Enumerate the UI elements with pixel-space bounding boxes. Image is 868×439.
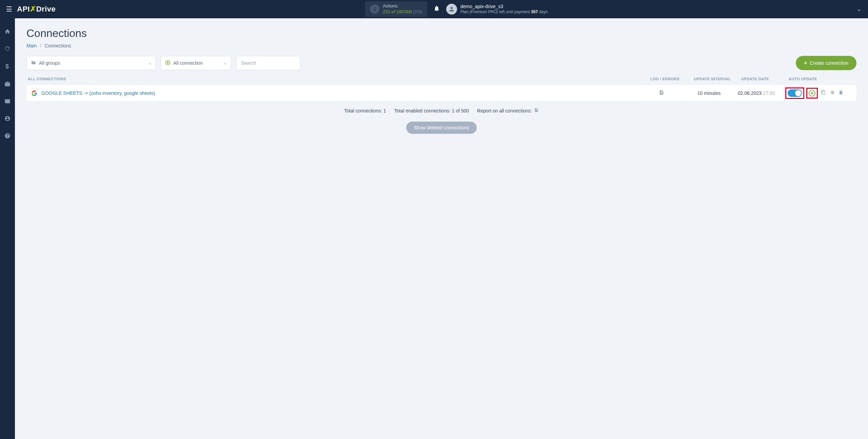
sidebar-item-home[interactable] xyxy=(0,28,15,36)
logo-text: API✗Drive xyxy=(17,5,56,14)
sidebar-item-video[interactable] xyxy=(0,98,15,106)
th-auto: AUTO UPDATE xyxy=(789,77,855,81)
file-icon[interactable] xyxy=(534,107,539,114)
table-row: GOOGLE SHEETS -> (zoho inventory, google… xyxy=(26,85,856,101)
groups-label: All groups xyxy=(39,60,148,66)
filter-row: All groups ⌄ All connection ⌄ + Create c… xyxy=(26,56,856,70)
avatar-icon xyxy=(446,4,457,15)
sidebar-item-connections[interactable] xyxy=(0,46,15,54)
user-text: demo_apix-drive_s3 Plan |Premium PRO| le… xyxy=(460,3,548,15)
highlight-play xyxy=(806,88,818,99)
main-content: Connections Main / Connections All group… xyxy=(15,18,868,439)
connection-filter-select[interactable]: All connection ⌄ xyxy=(161,56,231,70)
topbar: ☰ API✗Drive i Actions: 231 of 100'000 (0… xyxy=(0,0,868,18)
chevron-down-icon: ⌄ xyxy=(223,61,227,65)
chevron-down-icon: ⌄ xyxy=(148,61,152,65)
search-input[interactable] xyxy=(236,56,300,70)
actions-indicator[interactable]: i Actions: 231 of 100'000 (0%) xyxy=(365,1,427,17)
summary-row: Total connections: 1 Total enabled conne… xyxy=(26,107,856,114)
th-name: ALL CONNECTIONS xyxy=(28,77,643,81)
create-connection-button[interactable]: + Create connection xyxy=(796,56,856,70)
play-icon xyxy=(811,92,814,95)
hamburger-menu-icon[interactable]: ☰ xyxy=(4,3,14,15)
conn-label: All connection xyxy=(173,60,223,66)
row-actions xyxy=(785,87,852,99)
actions-text: Actions: 231 of 100'000 (0%) xyxy=(383,3,422,15)
th-log: LOG / ERRORS xyxy=(643,77,687,81)
log-icon[interactable] xyxy=(639,89,684,97)
info-icon: i xyxy=(370,4,379,14)
google-icon xyxy=(31,90,37,96)
play-circle-icon xyxy=(165,60,171,66)
update-date: 02.06.2023 17:33 xyxy=(734,90,785,96)
summary-enabled: Total enabled connections: 1 of 500 xyxy=(394,107,469,114)
page-title: Connections xyxy=(26,27,856,40)
plus-icon: + xyxy=(804,60,807,66)
breadcrumb: Main / Connections xyxy=(26,43,856,48)
breadcrumb-main[interactable]: Main xyxy=(26,43,37,48)
sidebar-item-help[interactable] xyxy=(0,133,15,141)
user-plan: Plan |Premium PRO| left until payment 35… xyxy=(460,9,548,15)
auto-update-toggle[interactable] xyxy=(788,89,802,97)
summary-report: Report on all connections: xyxy=(477,107,539,114)
breadcrumb-current: Connections xyxy=(45,43,71,48)
actions-of: of xyxy=(392,9,395,14)
trash-icon[interactable] xyxy=(837,89,844,97)
th-date: UPDATE DATE xyxy=(738,77,789,81)
actions-total: 100'000 xyxy=(396,9,412,14)
gear-icon[interactable] xyxy=(829,89,835,97)
show-deleted-button[interactable]: Show deleted connections xyxy=(406,122,476,134)
sidebar-item-dollar[interactable]: $ xyxy=(0,63,15,71)
sidebar-item-briefcase[interactable] xyxy=(0,81,15,89)
chevron-down-icon[interactable]: ⌄ xyxy=(857,6,864,12)
actions-label: Actions: xyxy=(383,3,422,9)
bell-icon[interactable] xyxy=(433,5,440,14)
summary-total: Total connections: 1 xyxy=(344,107,386,114)
table-header: ALL CONNECTIONS LOG / ERRORS UPDATE INTE… xyxy=(26,77,856,85)
sidebar-item-user[interactable] xyxy=(0,116,15,123)
folder-icon xyxy=(31,60,36,66)
user-menu[interactable]: demo_apix-drive_s3 Plan |Premium PRO| le… xyxy=(446,3,548,15)
groups-select[interactable]: All groups ⌄ xyxy=(26,56,156,70)
update-interval: 10 minutes xyxy=(684,90,734,96)
toggle-knob xyxy=(795,90,801,96)
sidebar: $ xyxy=(0,18,15,439)
highlight-toggle xyxy=(785,87,804,99)
play-button[interactable] xyxy=(809,90,815,97)
logo[interactable]: API✗Drive xyxy=(17,5,56,14)
topbar-right: i Actions: 231 of 100'000 (0%) demo_apix… xyxy=(365,1,548,17)
actions-count: 231 xyxy=(383,9,390,14)
copy-icon[interactable] xyxy=(820,89,827,97)
user-name: demo_apix-drive_s3 xyxy=(460,3,548,9)
svg-text:$: $ xyxy=(5,63,9,70)
connection-name[interactable]: GOOGLE SHEETS -> (zoho inventory, google… xyxy=(41,90,639,96)
th-interval: UPDATE INTERVAL xyxy=(687,77,738,81)
actions-pct: (0%) xyxy=(413,9,422,14)
create-label: Create connection xyxy=(810,60,848,66)
